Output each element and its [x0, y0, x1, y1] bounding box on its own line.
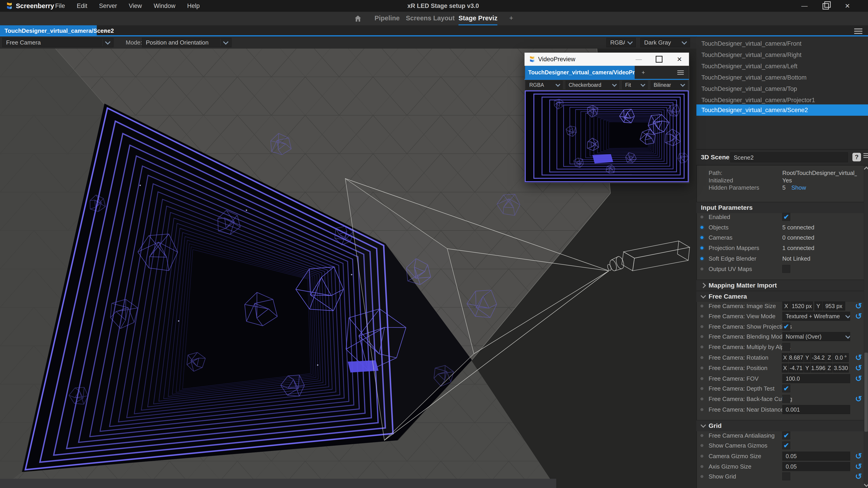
menu-view[interactable]: View — [128, 0, 143, 12]
chevron-down-icon — [701, 293, 706, 299]
camera-list-item[interactable]: TouchDesigner_virtual_camera/Front — [696, 38, 868, 49]
video-preview-titlebar[interactable]: VideoPreview — ✕ — [525, 53, 689, 66]
camera-list-item[interactable]: TouchDesigner_virtual_camera/Left — [696, 61, 868, 72]
axis-gizmo-size-field[interactable]: 0.05 — [782, 462, 850, 471]
param-row-soft-edge-blender: Soft Edge Blender Not Linked — [696, 254, 865, 264]
blending-mode-dropdown[interactable]: Normal (Over) — [782, 332, 850, 341]
background-dropdown[interactable]: Dark Gray — [640, 38, 690, 47]
enabled-checkbox[interactable] — [782, 213, 790, 221]
param-label: Free Camera: Rotation — [709, 354, 768, 361]
minimize-button[interactable]: — — [798, 0, 811, 12]
screenberry-logo-icon — [528, 56, 535, 63]
document-tab-active[interactable]: TouchDesigner_virtual_camera/Scene2 — [0, 25, 97, 36]
show-camera-gizmos-checkbox[interactable] — [782, 442, 790, 449]
menu-server[interactable]: Server — [98, 0, 118, 12]
video-preview-tab[interactable]: TouchDesigner_virtual_camera/VideoPrevie… — [525, 66, 635, 79]
scroll-up-icon[interactable] — [864, 167, 868, 172]
help-icon[interactable]: ? — [852, 153, 861, 161]
menu-file[interactable]: File — [54, 0, 66, 12]
chevron-down-icon — [681, 39, 687, 44]
rotation-x-field[interactable]: 8.687 — [788, 353, 804, 362]
antialiasing-checkbox[interactable] — [782, 431, 790, 440]
mode-dropdown[interactable]: Position and Orientation — [142, 38, 231, 47]
param-bullet — [701, 475, 704, 478]
channel-dropdown[interactable]: RGBA — [607, 38, 636, 47]
section-title: Input Parameters — [701, 204, 753, 212]
tab-stage-previz[interactable]: Stage Previz — [459, 12, 497, 26]
close-button[interactable]: ✕ — [841, 0, 854, 12]
camera-list: TouchDesigner_virtual_camera/Front Touch… — [696, 37, 868, 149]
camera-gizmo-size-field[interactable]: 0.05 — [782, 452, 850, 461]
camera-list-item-selected[interactable]: TouchDesigner_virtual_camera/Scene2 — [696, 104, 868, 116]
video-preview-window[interactable]: VideoPreview — ✕ TouchDesigner_virtual_c… — [524, 53, 689, 183]
reset-icon[interactable]: ↺ — [855, 452, 862, 460]
camera-list-item[interactable]: TouchDesigner_virtual_camera/Bottom — [696, 72, 868, 83]
position-y-field[interactable]: 1.596 — [811, 363, 826, 372]
preview-channel-dropdown[interactable]: RGBA — [526, 81, 562, 89]
reset-icon[interactable]: ↺ — [855, 473, 862, 481]
show-projections-checkbox[interactable] — [782, 323, 790, 330]
position-x-field[interactable]: -4.71 — [788, 363, 804, 372]
menu-edit[interactable]: Edit — [76, 0, 88, 12]
scrollbar-thumb[interactable] — [864, 353, 868, 432]
reset-icon[interactable]: ↺ — [855, 312, 862, 320]
rotation-z-field[interactable]: 0.0 ° — [833, 353, 849, 362]
chevron-down-icon — [701, 422, 706, 428]
scene-menu-icon[interactable] — [864, 152, 868, 159]
minimize-button[interactable]: — — [631, 53, 647, 66]
tab-pipeline[interactable]: Pipeline — [374, 12, 400, 24]
preview-fit-dropdown[interactable]: Fit — [622, 81, 648, 89]
param-row-depth-test: Free Camera: Depth Test — [696, 384, 865, 393]
param-row-fov: Free Camera: FOV 100.0 ↺ — [696, 373, 865, 384]
video-preview-menu-icon[interactable] — [677, 69, 684, 76]
param-label: Free Camera: Multiply by Alpha — [709, 344, 791, 351]
reset-icon[interactable]: ↺ — [855, 375, 862, 383]
video-preview-content[interactable] — [525, 90, 689, 183]
param-row-camera-gizmo-size: Camera Gizmo Size 0.05 ↺ — [696, 451, 865, 461]
camera-list-item[interactable]: TouchDesigner_virtual_camera/Right — [696, 49, 868, 61]
menu-help[interactable]: Help — [186, 0, 201, 12]
show-grid-checkbox[interactable] — [782, 473, 790, 480]
image-size-x-field[interactable]: 1520 px — [790, 301, 813, 311]
section-mapping-matter[interactable]: Mapping Matter Import — [696, 280, 868, 291]
document-tab-add-button[interactable]: + — [101, 25, 110, 36]
param-label: Free Camera: Back-face Culling — [709, 396, 792, 402]
camera-list-item[interactable]: TouchDesigner_virtual_camera/Projector1 — [696, 95, 868, 106]
restore-button[interactable] — [819, 0, 833, 12]
output-uv-maps-checkbox[interactable] — [782, 265, 790, 273]
chevron-down-icon — [627, 39, 632, 44]
backface-culling-checkbox[interactable] — [782, 395, 790, 403]
close-button[interactable]: ✕ — [672, 53, 687, 66]
depth-test-checkbox[interactable] — [782, 385, 790, 392]
reset-icon[interactable]: ↺ — [855, 462, 862, 470]
maximize-button[interactable] — [651, 53, 667, 66]
rotation-y-field[interactable]: -34.2 — [811, 353, 826, 362]
reset-icon[interactable]: ↺ — [855, 354, 862, 362]
section-grid[interactable]: Grid — [696, 420, 868, 431]
section-title: Free Camera — [709, 293, 747, 300]
view-mode-dropdown[interactable]: Textured + Wireframe — [782, 312, 850, 321]
multiply-alpha-checkbox[interactable] — [782, 343, 790, 351]
preview-filter-dropdown[interactable]: Bilinear — [651, 81, 687, 89]
menu-window[interactable]: Window — [153, 0, 176, 12]
reset-icon[interactable]: ↺ — [855, 302, 862, 310]
preview-background-dropdown[interactable]: Checkerboard — [566, 81, 619, 89]
panel-scrollbar[interactable] — [864, 165, 868, 488]
camera-list-item[interactable]: TouchDesigner_virtual_camera/Top — [696, 83, 868, 95]
video-preview-tab-add[interactable]: + — [639, 66, 648, 79]
scene-name-input[interactable]: Scene2 — [730, 152, 848, 162]
scroll-down-icon[interactable] — [864, 482, 868, 487]
home-icon[interactable] — [354, 14, 362, 23]
tabbar-menu-icon[interactable] — [854, 27, 862, 35]
near-distance-field[interactable]: 0.001 — [782, 405, 850, 414]
section-free-camera[interactable]: Free Camera — [696, 291, 868, 302]
fov-field[interactable]: 100.0 — [782, 374, 850, 383]
nav-add-button[interactable]: + — [509, 12, 513, 24]
camera-select-dropdown[interactable]: Free Camera — [2, 38, 114, 47]
reset-icon[interactable]: ↺ — [855, 364, 862, 372]
position-z-field[interactable]: 3.530 — [833, 363, 849, 372]
tab-screens-layout[interactable]: Screens Layout — [406, 12, 455, 24]
reset-icon[interactable]: ↺ — [855, 395, 862, 403]
image-size-y-field[interactable]: 953 px — [823, 301, 845, 311]
show-hidden-link[interactable]: Show — [792, 184, 806, 191]
